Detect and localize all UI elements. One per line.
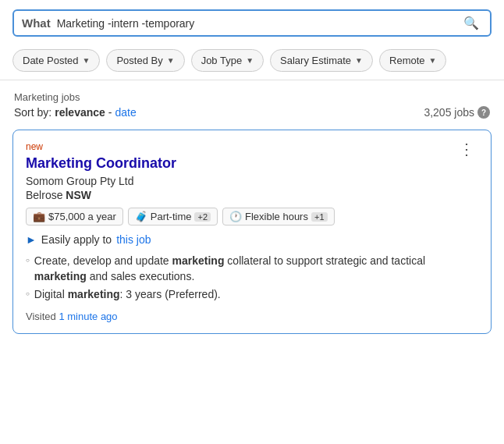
bullet-1-text: Create, develop and update marketing col… (34, 254, 478, 284)
company-name: Somom Group Pty Ltd (26, 175, 176, 187)
card-header: new Marketing Coordinator Somom Group Pt… (26, 141, 478, 208)
filter-posted-by[interactable]: Posted By ▼ (106, 49, 184, 72)
filter-job-type-label: Job Type (201, 55, 243, 66)
card-title-block: new Marketing Coordinator Somom Group Pt… (26, 141, 176, 208)
sort-active: relevance (55, 106, 105, 119)
divider (0, 80, 504, 80)
chevron-down-icon: ▼ (167, 56, 175, 65)
filter-job-type[interactable]: Job Type ▼ (191, 49, 264, 72)
search-input[interactable] (57, 17, 460, 30)
apply-row: ► Easily apply to this job (26, 233, 478, 246)
tag-salary-text: $75,000 a year (48, 211, 116, 222)
visited-prefix: Visited (26, 311, 56, 322)
chevron-down-icon: ▼ (429, 56, 437, 65)
salary-icon: 💼 (33, 211, 45, 222)
results-header: Marketing jobs Sort by: relevance - date… (0, 87, 504, 122)
parttime-icon: 🧳 (135, 211, 147, 222)
apply-link[interactable]: this job (116, 233, 151, 246)
search-bar: What 🔍 (12, 9, 492, 37)
flexible-count: +1 (311, 212, 328, 222)
location-state: NSW (66, 189, 91, 201)
parttime-count: +2 (194, 212, 211, 222)
clock-icon: 🕐 (229, 211, 242, 222)
apply-prefix: Easily apply to (41, 233, 112, 246)
sort-row: Sort by: relevance - date 3,205 jobs ? (14, 106, 490, 119)
filter-salary-estimate[interactable]: Salary Estimate ▼ (270, 49, 373, 72)
bullet-icon: ○ (26, 256, 30, 265)
job-bullets: ○ Create, develop and update marketing c… (26, 254, 478, 303)
job-card: new Marketing Coordinator Somom Group Pt… (12, 130, 492, 334)
filter-date-posted-label: Date Posted (23, 55, 79, 66)
new-badge: new (26, 141, 176, 152)
tag-parttime-text: Part-time (151, 211, 192, 222)
results-count: 3,205 jobs ? (424, 106, 490, 119)
bullet-1: ○ Create, develop and update marketing c… (26, 254, 478, 284)
search-button[interactable]: 🔍 (460, 16, 482, 30)
chevron-down-icon: ▼ (246, 56, 254, 65)
location-city: Belrose (26, 189, 62, 201)
filter-salary-label: Salary Estimate (280, 55, 351, 66)
filter-remote[interactable]: Remote ▼ (379, 49, 446, 72)
job-title-link[interactable]: Marketing Coordinator (26, 155, 176, 172)
apply-arrow-icon: ► (26, 233, 37, 246)
bullet-icon: ○ (26, 289, 30, 298)
sort-date-link[interactable]: date (115, 106, 137, 119)
filter-posted-by-label: Posted By (116, 55, 162, 66)
tags-row: 💼 $75,000 a year 🧳 Part-time +2 🕐 Flexib… (26, 208, 478, 226)
bullet-2-text: Digital marketing: 3 years (Preferred). (34, 287, 221, 303)
filter-row: Date Posted ▼ Posted By ▼ Job Type ▼ Sal… (0, 44, 504, 80)
search-label: What (22, 16, 51, 30)
count-text: 3,205 jobs (424, 106, 474, 119)
filter-date-posted[interactable]: Date Posted ▼ (12, 49, 100, 72)
more-options-button[interactable]: ⋮ (456, 141, 478, 157)
visited-time: 1 minute ago (59, 311, 117, 322)
help-icon[interactable]: ? (477, 106, 490, 119)
sort-controls: Sort by: relevance - date (14, 106, 137, 119)
tag-flexible-text: Flexible hours (245, 211, 308, 222)
sort-separator: - (108, 106, 112, 119)
job-location: Belrose NSW (26, 189, 176, 201)
tag-flexible: 🕐 Flexible hours +1 (222, 208, 334, 226)
filter-remote-label: Remote (389, 55, 425, 66)
bullet-2: ○ Digital marketing: 3 years (Preferred)… (26, 287, 478, 303)
visited-row: Visited 1 minute ago (26, 311, 478, 322)
tag-salary: 💼 $75,000 a year (26, 208, 123, 226)
chevron-down-icon: ▼ (355, 56, 363, 65)
sort-prefix: Sort by: (14, 106, 51, 119)
tag-parttime: 🧳 Part-time +2 (128, 208, 218, 226)
category-label: Marketing jobs (14, 91, 490, 103)
chevron-down-icon: ▼ (83, 56, 91, 65)
